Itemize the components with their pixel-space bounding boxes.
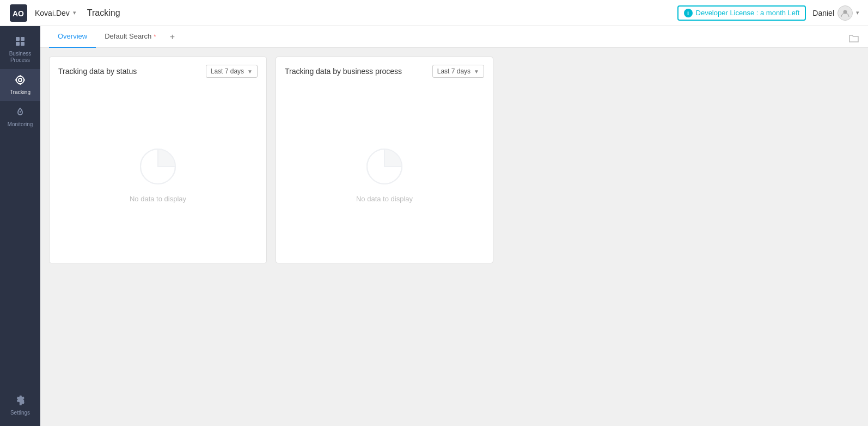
sidebar-label-settings: Settings [10,410,30,416]
user-name: Daniel [812,9,834,17]
sidebar-item-monitoring[interactable]: Monitoring [0,101,40,133]
tab-overview-label: Overview [58,32,87,40]
folder-icon[interactable] [848,33,859,46]
business-process-card: Tracking data by business process Last 7… [276,57,493,263]
workspace-selector[interactable]: Kovai.Dev ▾ [35,9,76,17]
status-no-data-text: No data to display [130,195,186,203]
status-card-dropdown[interactable]: Last 7 days ▼ [206,65,258,78]
header: AO Kovai.Dev ▾ Tracking i Developer Lice… [0,0,868,26]
svg-rect-5 [16,42,20,46]
monitoring-icon [15,107,26,119]
sidebar-label-monitoring: Monitoring [8,121,33,128]
sidebar-item-tracking[interactable]: Tracking [0,69,40,101]
page-title: Tracking [87,8,120,18]
sidebar-label-business-process: Business Process [4,51,36,64]
cards-container: Tracking data by status Last 7 days ▼ [40,48,868,426]
tab-overview[interactable]: Overview [49,26,96,48]
add-icon: + [170,32,175,42]
app-logo[interactable]: AO [9,3,28,23]
status-card-title: Tracking data by status [58,67,137,76]
bp-pie-chart [363,145,406,188]
main-layout: Business Process Tracking [0,26,868,426]
status-card: Tracking data by status Last 7 days ▼ [49,57,267,263]
status-dropdown-chevron: ▼ [247,69,253,75]
tracking-icon [15,75,26,87]
svg-point-8 [19,78,22,82]
content-area: Overview Default Search * + Tracking dat… [40,26,868,426]
business-process-card-title: Tracking data by business process [285,67,402,76]
license-badge[interactable]: i Developer License : a month Left [677,5,806,21]
tab-default-search[interactable]: Default Search * [96,26,164,48]
business-process-card-dropdown[interactable]: Last 7 days ▼ [432,65,484,78]
svg-point-7 [16,76,24,84]
sidebar: Business Process Tracking [0,26,40,426]
header-right: i Developer License : a month Left Danie… [677,5,859,21]
add-tab-button[interactable]: + [164,29,180,45]
status-card-body: No data to display [50,84,266,263]
status-card-header: Tracking data by status Last 7 days ▼ [50,57,266,84]
workspace-chevron: ▾ [73,9,76,16]
settings-icon [15,395,26,408]
status-pie-chart [136,145,180,188]
info-icon: i [684,9,693,17]
sidebar-label-tracking: Tracking [10,89,30,96]
business-process-card-body: No data to display [276,84,493,263]
svg-rect-6 [21,42,25,46]
sidebar-item-business-process[interactable]: Business Process [0,30,40,69]
bp-dropdown-value: Last 7 days [437,67,470,75]
user-section[interactable]: Daniel ▾ [812,5,859,21]
user-chevron: ▾ [856,9,859,16]
svg-text:AO: AO [13,9,24,18]
workspace-name: Kovai.Dev [35,9,70,17]
svg-rect-4 [21,37,25,41]
sidebar-bottom: Settings [0,390,40,426]
sidebar-item-settings[interactable]: Settings [0,390,40,422]
avatar [838,5,853,21]
svg-rect-3 [16,37,20,41]
tab-modified-indicator: * [154,33,156,40]
grid-icon [15,36,26,48]
tab-default-search-label: Default Search [105,32,151,40]
status-dropdown-value: Last 7 days [211,67,244,75]
bp-dropdown-chevron: ▼ [474,69,479,75]
license-text: Developer License : a month Left [696,9,800,17]
business-process-card-header: Tracking data by business process Last 7… [276,57,493,84]
tabs-bar: Overview Default Search * + [40,26,868,48]
bp-no-data-text: No data to display [356,195,413,203]
